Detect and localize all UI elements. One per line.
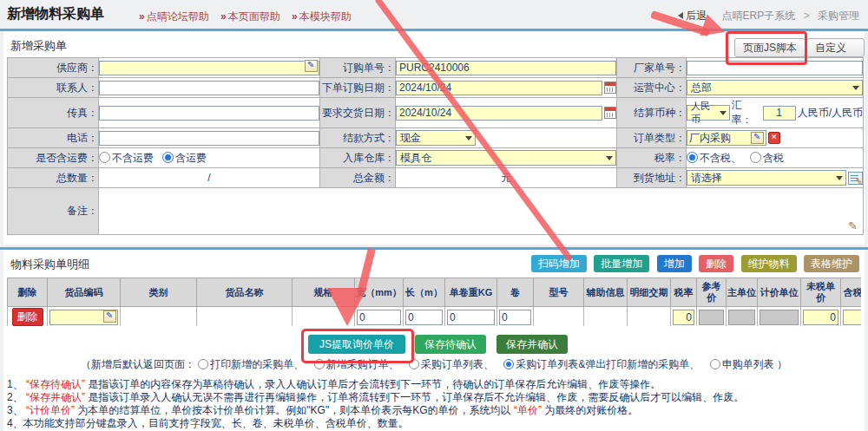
footnotes: 1、 “保存待确认” 是指该订单的内容保存为草稿待确认，录入人确认订单后才会流转… (7, 378, 744, 430)
factory-no-input[interactable] (687, 61, 863, 75)
fax-input[interactable] (99, 106, 319, 121)
order-date-input[interactable] (396, 81, 602, 95)
currency-select[interactable]: 人民币 (687, 105, 730, 121)
calendar-icon[interactable] (604, 82, 616, 94)
col-taxed-price: 含税单价 (841, 278, 862, 307)
roll-weight-input[interactable] (447, 310, 495, 325)
clear-icon[interactable] (768, 132, 780, 144)
return-suffix: ） (777, 358, 787, 370)
freight-radio-exclude[interactable] (99, 152, 110, 163)
col-main-unit: 主单位 (727, 278, 758, 307)
back-button[interactable]: 后退 (678, 10, 707, 22)
col-aux-info: 辅助信息 (584, 278, 628, 307)
order-no-input[interactable] (396, 61, 616, 75)
help-link-forum[interactable]: 点晴论坛帮助 (147, 10, 209, 23)
rate-input[interactable] (763, 106, 796, 121)
header: 新增物料采购单 »点晴论坛帮助 »本页面帮助 »本模块帮助 后退 点晴ERP子系… (0, 0, 868, 29)
breadcrumb-system[interactable]: 点晴ERP子系统 (722, 10, 796, 22)
chevrons-icon: » (139, 10, 145, 23)
warehouse-select[interactable]: 模具仓 (396, 150, 616, 166)
tax-radio-exclude[interactable] (687, 152, 698, 163)
form-row-4: 电话： 结款方式： 现金 订单类型： 厂内采购 (8, 128, 864, 148)
maintain-material-button[interactable]: 维护物料 (741, 255, 797, 272)
pencil-icon[interactable]: ✎ (848, 219, 858, 232)
length-input[interactable] (405, 310, 443, 325)
main-unit-cell (728, 310, 755, 325)
op-center-select[interactable]: 总部 (687, 80, 863, 95)
col-length: 长（m） (404, 278, 445, 307)
col-item-name: 货品名称 (197, 278, 293, 307)
breadcrumb-module[interactable]: 采购管理 (818, 10, 859, 22)
model-cell (534, 307, 584, 327)
return-radio-new-order[interactable] (314, 359, 325, 369)
warehouse-label: 入库仓库： (320, 148, 396, 168)
chevron-down-icon (836, 176, 843, 180)
order-form-table: 供应商： 订购单号： 厂家单号： 联系人： 下单订购日期： 运营中心： 总部 传… (7, 57, 864, 235)
return-radio-request-list[interactable] (710, 359, 720, 369)
col-pricing-unit: 计价单位 (758, 278, 801, 307)
js-extract-price-button[interactable]: JS提取询价单价 (308, 335, 405, 354)
tax-radio-include[interactable] (750, 152, 761, 163)
payment-select[interactable]: 现金 (396, 130, 476, 146)
aux-info-cell (584, 307, 628, 327)
form-row-3: 传真： 要求交货日期： 结算币种： 人民币 汇率： 人民币/人民币 (8, 98, 864, 128)
phone-input[interactable] (99, 131, 319, 146)
lookup-icon[interactable] (305, 60, 318, 72)
col-ref-price: 参考价 (697, 278, 727, 307)
delete-button[interactable]: 删除 (699, 255, 733, 272)
rolls-input[interactable] (499, 310, 531, 325)
save-confirm-button[interactable]: 保存并确认 (496, 335, 568, 354)
breadcrumb-separator: > (804, 10, 810, 22)
supplier-input[interactable] (99, 61, 319, 75)
col-rolls: 卷 (497, 278, 534, 307)
form-row-5: 是否含运费： 不含运费 含运费 入库仓库： 模具仓 税率： 不含税、 含税 (8, 148, 864, 168)
page-js-script-button[interactable]: 页面JS脚本 (734, 38, 806, 57)
return-radio-list-and-print[interactable] (503, 359, 514, 369)
col-width: 宽（mm） (355, 278, 404, 307)
footnote-2: 2、 “保存并确认” 是指该订单录入人确认无误不需再进行再编辑操作，订单将流转到… (7, 391, 744, 404)
remark-label: 备注： (8, 188, 99, 235)
order-form-panel: 新增采购单 页面JS脚本 自定义表单 供应商： 订购单号： 厂家单号： 联系人：… (3, 31, 865, 245)
lookup-icon[interactable] (103, 310, 116, 323)
detail-toolbar: 扫码增加 批量增加 增加 删除 维护物料 表格维护 (528, 255, 859, 272)
help-link-module[interactable]: 本模块帮助 (299, 10, 352, 23)
item-name-cell (197, 307, 293, 327)
edit-address-icon[interactable] (848, 172, 863, 185)
width-input[interactable] (357, 310, 401, 325)
untaxed-price-input[interactable] (803, 310, 838, 325)
delivery-date-label: 要求交货日期： (320, 98, 396, 128)
freight-radio-include[interactable] (162, 152, 174, 163)
col-detail-delivery: 明细交期 (628, 278, 671, 307)
custom-form-button[interactable]: 自定义表单 (806, 38, 865, 57)
scan-add-button[interactable]: 扫码增加 (531, 255, 587, 272)
ref-price-cell (699, 310, 724, 325)
add-button[interactable]: 增加 (657, 255, 692, 272)
remark-textarea[interactable] (99, 189, 863, 231)
detail-delivery-cell (628, 307, 671, 327)
phone-label: 电话： (8, 128, 99, 148)
batch-add-button[interactable]: 批量增加 (594, 255, 649, 272)
table-maintain-button[interactable]: 表格维护 (804, 255, 859, 272)
save-pending-button[interactable]: 保存待确认 (415, 335, 486, 354)
form-row-6: 总数量： / 总金额： 元 到货地址： 请选择 (8, 168, 864, 188)
help-link-page[interactable]: 本页面帮助 (228, 10, 280, 23)
chevron-down-icon (720, 111, 727, 115)
col-category: 类别 (121, 278, 197, 307)
detail-header-row: 删除 货品编码 类别 货品名称 规格 宽（mm） 长（m） 单卷重KG 卷 型号… (8, 278, 862, 307)
tax-rate-input[interactable] (673, 310, 694, 325)
return-radio-print[interactable] (198, 359, 208, 369)
taxed-price-input[interactable] (843, 310, 861, 325)
lookup-icon[interactable] (751, 132, 764, 144)
address-select[interactable]: 请选择 (687, 170, 846, 186)
delivery-date-input[interactable] (396, 106, 602, 121)
col-item-code: 货品编码 (48, 278, 121, 307)
return-radio-order-list[interactable] (409, 359, 419, 369)
contact-input[interactable] (99, 81, 319, 95)
back-arrow-icon (678, 12, 683, 19)
currency-label: 结算币种： (617, 98, 687, 128)
row-delete-button[interactable]: 删除 (12, 308, 43, 326)
col-spec: 规格 (293, 278, 355, 307)
payment-label: 结款方式： (320, 128, 396, 148)
order-type-label: 订单类型： (617, 128, 687, 148)
calendar-icon[interactable] (604, 107, 616, 119)
